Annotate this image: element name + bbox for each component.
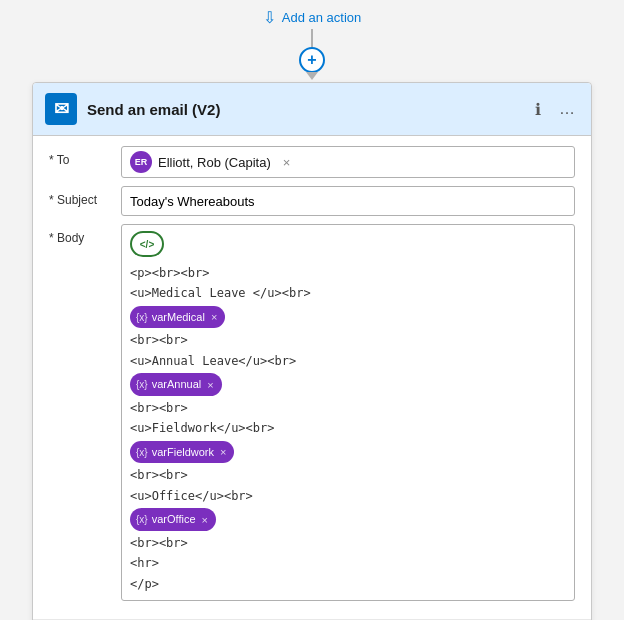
token-remove-button[interactable]: × bbox=[220, 446, 226, 458]
top-connector-area: ⇩ Add an action + bbox=[255, 0, 370, 80]
card-header: ✉ Send an email (V2) ℹ … bbox=[33, 83, 591, 136]
card-app-icon: ✉ bbox=[45, 93, 77, 125]
token-remove-button[interactable]: × bbox=[207, 379, 213, 391]
token-icon: {x} bbox=[136, 444, 148, 461]
body-label: * Body bbox=[49, 224, 109, 245]
to-label: * To bbox=[49, 146, 109, 167]
card-body: * To ER Elliott, Rob (Capita) × * Subjec… bbox=[33, 136, 591, 619]
token-remove-button[interactable]: × bbox=[211, 311, 217, 323]
token-varOffice[interactable]: {x} varOffice × bbox=[130, 508, 216, 531]
recipient-avatar: ER bbox=[130, 151, 152, 173]
ellipsis-icon: … bbox=[559, 100, 575, 117]
subject-label: * Subject bbox=[49, 186, 109, 207]
token-icon: {x} bbox=[136, 376, 148, 393]
body-input-area[interactable]: </> <p><br><br> <u>Medical Leave </u><br… bbox=[121, 224, 575, 601]
token-icon: {x} bbox=[136, 511, 148, 528]
info-button[interactable]: ℹ bbox=[531, 98, 545, 121]
connector-line-top bbox=[311, 29, 313, 47]
send-email-card: ✉ Send an email (V2) ℹ … * To ER Elliott… bbox=[32, 82, 592, 620]
recipient-name: Elliott, Rob (Capita) bbox=[158, 155, 271, 170]
html-toggle-button[interactable]: </> bbox=[130, 231, 164, 257]
card-header-actions: ℹ … bbox=[531, 98, 579, 121]
connector-arrow bbox=[306, 72, 318, 80]
to-field-row: * To ER Elliott, Rob (Capita) × bbox=[49, 146, 575, 178]
remove-recipient-button[interactable]: × bbox=[281, 155, 293, 170]
add-action-label: Add an action bbox=[282, 10, 362, 25]
to-input[interactable]: ER Elliott, Rob (Capita) × bbox=[121, 146, 575, 178]
connector-plus[interactable]: + bbox=[299, 47, 325, 73]
token-remove-button[interactable]: × bbox=[202, 514, 208, 526]
token-varAnnual[interactable]: {x} varAnnual × bbox=[130, 373, 222, 396]
card-title: Send an email (V2) bbox=[87, 101, 521, 118]
info-icon: ℹ bbox=[535, 101, 541, 118]
token-icon: {x} bbox=[136, 309, 148, 326]
token-name: varFieldwork bbox=[152, 443, 214, 462]
token-name: varAnnual bbox=[152, 375, 202, 394]
subject-input[interactable] bbox=[121, 186, 575, 216]
body-content: <p><br><br> <u>Medical Leave </u><br> {x… bbox=[130, 263, 566, 594]
token-name: varMedical bbox=[152, 308, 205, 327]
add-action-button[interactable]: ⇩ Add an action bbox=[255, 6, 370, 29]
token-varFieldwork[interactable]: {x} varFieldwork × bbox=[130, 441, 234, 464]
subject-field-row: * Subject bbox=[49, 186, 575, 216]
token-varMedical[interactable]: {x} varMedical × bbox=[130, 306, 225, 329]
add-action-icon: ⇩ bbox=[263, 8, 276, 27]
body-field-row: * Body </> <p><br><br> <u>Medical Leave … bbox=[49, 224, 575, 601]
token-name: varOffice bbox=[152, 510, 196, 529]
more-options-button[interactable]: … bbox=[555, 98, 579, 120]
